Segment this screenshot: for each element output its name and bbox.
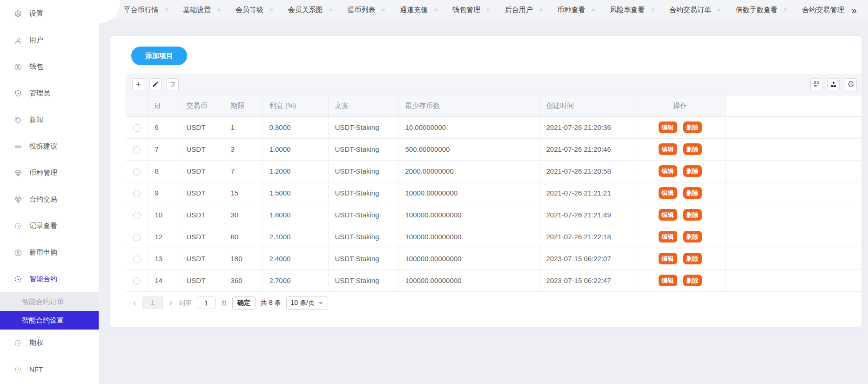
tab-platform-coin-market[interactable]: 平台币行情× (123, 6, 168, 14)
row-radio-button[interactable] (133, 256, 141, 263)
tab-coin-view[interactable]: 币种查看× (557, 6, 595, 14)
sidebar-item-settings[interactable]: 设置 (0, 0, 99, 27)
tab-member-level[interactable]: 会员等级× (236, 6, 273, 14)
row-radio-button[interactable] (133, 124, 141, 132)
delete-button[interactable]: 删除 (683, 209, 702, 221)
sidebar-item-label: 新币申购 (29, 248, 57, 257)
tab-close-icon[interactable]: × (784, 7, 787, 13)
tab-risk-rate-view[interactable]: 风险率查看× (610, 6, 654, 14)
sidebar-item-news[interactable]: 新闻 (0, 107, 99, 133)
tab-basic-settings[interactable]: 基础设置× (183, 6, 221, 14)
tab-channel-deposit[interactable]: 通道充值× (400, 6, 437, 14)
edit-button[interactable]: 编辑 (659, 121, 677, 133)
row-radio-button[interactable] (133, 212, 141, 219)
edit-button[interactable]: 编辑 (659, 231, 677, 243)
column-header-text: 文案 (328, 95, 398, 116)
cell-period: 1 (224, 116, 262, 138)
tab-close-icon[interactable]: × (717, 7, 721, 13)
tab-close-icon[interactable]: × (217, 7, 221, 13)
sidebar-subitem-smart-contract-orders[interactable]: 智能合约订单 (0, 292, 99, 311)
sidebar-subitem-smart-contract-settings[interactable]: 智能合约设置 (0, 311, 99, 330)
tab-contract-trade-orders[interactable]: 合约交易订单× (669, 6, 721, 14)
cell-actions: 编辑删除 (635, 160, 725, 182)
cell-id: 8 (148, 160, 180, 182)
sidebar-item-record-view[interactable]: 记录查看 (0, 213, 99, 239)
tab-multiplier-lots-view[interactable]: 倍数手数查看× (736, 6, 787, 14)
sidebar-item-label: NFT (29, 365, 43, 373)
columns-icon (813, 81, 820, 88)
page-size-select[interactable]: 10 条/页 (286, 296, 328, 310)
tab-close-icon[interactable]: × (164, 7, 168, 13)
row-radio-button[interactable] (133, 146, 141, 154)
sidebar-item-label: 智能合约 (29, 275, 57, 283)
add-item-button[interactable]: 添加项目 (131, 47, 187, 65)
user-icon (14, 36, 22, 45)
tab-close-icon[interactable]: × (434, 7, 437, 13)
edit-button[interactable]: 编辑 (659, 165, 677, 177)
tab-label: 平台币行情 (123, 6, 158, 14)
pagination-prev-icon[interactable]: ‹ (132, 298, 137, 308)
tab-close-icon[interactable]: × (329, 7, 333, 13)
tab-close-icon[interactable]: × (591, 7, 595, 13)
tab-contract-trade-management[interactable]: 合约交易管理 (802, 6, 844, 14)
sidebar-item-nft[interactable]: NFT (0, 356, 99, 383)
row-radio-button[interactable] (133, 168, 141, 175)
delete-button[interactable]: 删除 (683, 187, 702, 199)
cell-period: 15 (224, 182, 262, 204)
pagination-goto-input[interactable] (197, 296, 215, 309)
tab-label: 钱包管理 (452, 6, 480, 14)
cell-id: 6 (148, 116, 180, 138)
sidebar-item-new-coin-subscription[interactable]: 新币申购 (0, 239, 99, 266)
cell-min-deposit: 10.00000000 (398, 116, 539, 138)
edit-button[interactable]: 编辑 (659, 143, 677, 155)
cell-created-at: 2021-07-26 21:21:21 (539, 182, 635, 204)
edit-button[interactable]: 编辑 (659, 275, 677, 286)
sidebar-item-coin-management[interactable]: 币种管理 (0, 160, 99, 186)
column-settings-button[interactable] (810, 78, 822, 90)
tab-close-icon[interactable]: × (651, 7, 654, 13)
pagination-next-icon[interactable]: › (168, 298, 174, 308)
tab-close-icon[interactable]: × (381, 7, 385, 13)
toolbar-delete-button[interactable] (167, 78, 179, 90)
tab-withdraw-list[interactable]: 提币列表× (347, 6, 385, 14)
table-row: 14USDT3602.7000USDT-Staking100000.000000… (126, 269, 861, 291)
row-radio-button[interactable] (133, 277, 141, 285)
cell-actions: 编辑删除 (635, 182, 725, 204)
tab-member-relation-graph[interactable]: 会员关系图× (288, 6, 333, 14)
edit-button[interactable]: 编辑 (659, 253, 677, 264)
delete-button[interactable]: 删除 (683, 121, 702, 133)
pagination-current-page[interactable]: 1 (142, 296, 163, 309)
delete-button[interactable]: 删除 (683, 165, 702, 177)
cell-filler (725, 269, 861, 291)
delete-button[interactable]: 删除 (683, 143, 702, 155)
sidebar-item-options[interactable]: 期权 (0, 330, 99, 356)
sidebar-item-feedback-suggestions[interactable]: 投拆建议 (0, 133, 99, 160)
toolbar-add-button[interactable] (132, 78, 144, 90)
tab-backend-users[interactable]: 后台用户× (505, 6, 543, 14)
delete-button[interactable]: 删除 (683, 253, 702, 264)
edit-button[interactable]: 编辑 (659, 187, 677, 199)
toolbar-edit-button[interactable] (149, 78, 161, 90)
tab-close-icon[interactable]: × (486, 7, 490, 13)
sidebar-item-admins[interactable]: 管理员 (0, 80, 99, 107)
sidebar-item-smart-contract[interactable]: 智能合约 (0, 266, 99, 292)
tab-wallet-management[interactable]: 钱包管理× (452, 6, 490, 14)
row-radio-button[interactable] (133, 190, 141, 197)
sidebar-item-wallet[interactable]: 钱包 (0, 54, 99, 80)
export-button[interactable] (828, 78, 840, 90)
tabs-overflow-right-icon[interactable]: » (851, 5, 857, 15)
row-radio-button[interactable] (133, 234, 141, 241)
tab-close-icon[interactable]: × (269, 7, 273, 13)
edit-button[interactable]: 编辑 (659, 209, 677, 221)
sidebar-item-users[interactable]: 用户 (0, 27, 99, 54)
delete-button[interactable]: 删除 (683, 275, 702, 286)
pagination-confirm-button[interactable]: 确定 (232, 296, 256, 310)
print-button[interactable] (845, 78, 857, 90)
cell-coin: USDT (180, 138, 224, 160)
cell-filler (725, 226, 861, 248)
crosshair-icon (14, 339, 22, 347)
tab-close-icon[interactable]: × (539, 7, 543, 13)
content-card: 添加项目 id交易币期限利息 (%)文案最少存币数创建时间操作 6USDT10.… (110, 36, 861, 327)
delete-button[interactable]: 删除 (683, 231, 702, 243)
sidebar-item-contract-trading[interactable]: 合约交易 (0, 186, 99, 213)
